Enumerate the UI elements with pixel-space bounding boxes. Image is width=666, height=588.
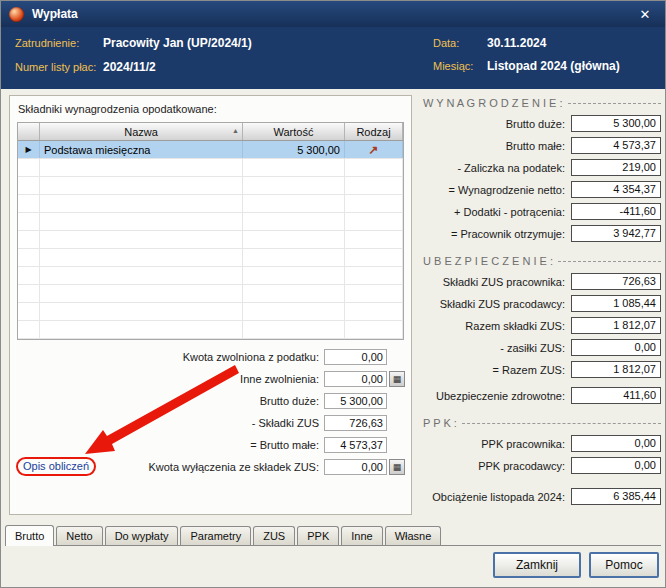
inne-zwolnienia-field[interactable]: 0,00 (324, 371, 387, 387)
header-selector-cell (18, 123, 40, 140)
summary-label: - Zaliczka na podatek: (457, 162, 565, 174)
section-title-wynagrodzenie: W Y N A G R O D Z E N I E : (423, 97, 661, 109)
field-label: Kwota wyłączenia ze składek ZUS: (148, 461, 319, 473)
numer-listy-label: Numer listy płac: (15, 61, 96, 73)
summary-label: PPK pracodawcy: (478, 460, 565, 472)
tab-zus[interactable]: ZUS (253, 526, 295, 545)
table-empty-row (18, 195, 403, 213)
table-empty-row (18, 177, 403, 195)
dodatki-value: -411,60 (571, 203, 661, 220)
calculator-icon[interactable]: ▦ (389, 371, 405, 387)
skladniki-panel: Składniki wynagrodzenia opodatkowane: Na… (9, 95, 412, 515)
summary-label: Składki ZUS pracodawcy: (440, 298, 565, 310)
summary-row: = Pracownik otrzymuje:3 942,77 (421, 225, 661, 242)
summary-row: PPK pracownika:0,00 (421, 435, 661, 452)
miesiac-label: Miesiąc: (433, 60, 473, 72)
tab-strip: Brutto Netto Do wypłaty Parametry ZUS PP… (5, 524, 661, 546)
calculator-icon[interactable]: ▦ (389, 459, 405, 475)
brutto-male-field: 4 573,37 (324, 437, 387, 453)
table-header-row: Nazwa ▲ Wartość Rodzaj (18, 123, 403, 141)
field-label: = Brutto małe: (250, 439, 319, 451)
brutto-male-value: 4 573,37 (571, 137, 661, 154)
header-wartosc[interactable]: Wartość (243, 123, 345, 140)
tab-netto[interactable]: Netto (56, 526, 102, 545)
numer-listy-value: 2024/11/2 (103, 60, 156, 74)
summary-row: Składki ZUS pracownika:726,63 (421, 273, 661, 290)
netto-value: 4 354,37 (571, 181, 661, 198)
summary-label: + Dodatki - potrącenia: (454, 206, 565, 218)
data-value: 30.11.2024 (487, 36, 546, 50)
table-empty-row (18, 303, 403, 321)
obciazenie-label: Obciążenie listopada 2024: (432, 491, 565, 503)
window-title: Wypłata (32, 7, 78, 21)
field-row: Opis obliczeń Kwota wyłączenia ze składe… (16, 458, 405, 475)
field-label: Kwota zwolniona z podatku: (183, 351, 319, 363)
zaliczka-value: 219,00 (571, 159, 661, 176)
field-row: = Brutto małe: 4 573,37 (16, 436, 405, 453)
pomoc-button[interactable]: Pomoc (589, 552, 659, 578)
razem-skladki-value: 1 812,07 (571, 317, 661, 334)
summary-label: Razem składki ZUS: (465, 320, 565, 332)
skladniki-table: Nazwa ▲ Wartość Rodzaj ▶ Podstawa miesię… (17, 122, 404, 340)
sort-asc-icon: ▲ (232, 127, 239, 134)
summary-label: Brutto duże: (506, 118, 565, 130)
title-bar: Wypłata ✕ (1, 1, 665, 27)
field-row: Inne zwolnienia: 0,00 ▦ (16, 370, 405, 387)
table-row[interactable]: ▶ Podstawa miesięczna 5 300,00 ↗ (18, 141, 403, 159)
table-empty-row (18, 213, 403, 231)
obciazenie-value: 6 385,44 (571, 488, 661, 505)
left-fields: Kwota zwolniona z podatku: 0,00 Inne zwo… (16, 348, 405, 480)
tab-brutto[interactable]: Brutto (5, 525, 54, 546)
field-row: - Składki ZUS 726,63 (16, 414, 405, 431)
tab-do-wyplaty[interactable]: Do wypłaty (105, 526, 179, 545)
summary-label: = Wynagrodzenie netto: (449, 184, 565, 196)
tab-ppk[interactable]: PPK (297, 526, 339, 545)
header-rodzaj[interactable]: Rodzaj (345, 123, 403, 140)
kwota-zwolniona-field: 0,00 (324, 349, 387, 365)
summary-row: Ubezpieczenie zdrowotne:411,60 (421, 387, 661, 404)
tab-wlasne[interactable]: Własne (385, 526, 442, 545)
otrzymuje-value: 3 942,77 (571, 225, 661, 242)
ppk-pracodawcy-value: 0,00 (571, 457, 661, 474)
tab-parametry[interactable]: Parametry (180, 526, 251, 545)
table-empty-row (18, 249, 403, 267)
ppk-pracownika-value: 0,00 (571, 435, 661, 452)
cell-wartosc: 5 300,00 (243, 141, 345, 158)
opis-obliczen-link[interactable]: Opis obliczeń (23, 460, 89, 472)
summary-row: Brutto małe:4 573,37 (421, 137, 661, 154)
tab-inne[interactable]: Inne (341, 526, 382, 545)
table-empty-row (18, 285, 403, 303)
brutto-duze-value: 5 300,00 (571, 115, 661, 132)
cell-nazwa: Podstawa miesięczna (40, 141, 243, 158)
summary-label: = Razem ZUS: (493, 364, 565, 376)
summary-label: PPK pracownika: (481, 438, 565, 450)
kwota-wylaczenia-field[interactable]: 0,00 (324, 459, 387, 475)
summary-row: PPK pracodawcy:0,00 (421, 457, 661, 474)
summary-panel: W Y N A G R O D Z E N I E : Brutto duże:… (421, 91, 661, 510)
table-empty-row (18, 159, 403, 177)
summary-row: + Dodatki - potrącenia:-411,60 (421, 203, 661, 220)
summary-label: Brutto małe: (506, 140, 565, 152)
annotation-oval: Opis obliczeń (16, 457, 96, 476)
zamknij-button[interactable]: Zamknij (493, 552, 581, 578)
field-row: Kwota zwolniona z podatku: 0,00 (16, 348, 405, 365)
summary-label: = Pracownik otrzymuje: (451, 228, 565, 240)
header-wartosc-label: Wartość (274, 126, 314, 138)
summary-total-row: Obciążenie listopada 2024:6 385,44 (421, 488, 661, 505)
header-rodzaj-label: Rodzaj (356, 126, 390, 138)
summary-row: = Razem ZUS:1 812,07 (421, 361, 661, 378)
section-title-ppk: P P K : (423, 417, 661, 429)
miesiac-value: Listopad 2024 (główna) (487, 59, 620, 73)
table-empty-row (18, 231, 403, 249)
header-nazwa[interactable]: Nazwa ▲ (40, 123, 243, 140)
field-row: Brutto duże: 5 300,00 (16, 392, 405, 409)
zatrudnienie-label: Zatrudnienie: (15, 37, 79, 49)
close-icon[interactable]: ✕ (633, 7, 657, 22)
field-label: Inne zwolnienia: (240, 373, 319, 385)
summary-row: - Zaliczka na podatek:219,00 (421, 159, 661, 176)
summary-row: - zasiłki ZUS:0,00 (421, 339, 661, 356)
summary-row: Brutto duże:5 300,00 (421, 115, 661, 132)
header-nazwa-label: Nazwa (124, 126, 158, 138)
field-label: - Składki ZUS (252, 417, 319, 429)
app-icon (9, 7, 24, 22)
